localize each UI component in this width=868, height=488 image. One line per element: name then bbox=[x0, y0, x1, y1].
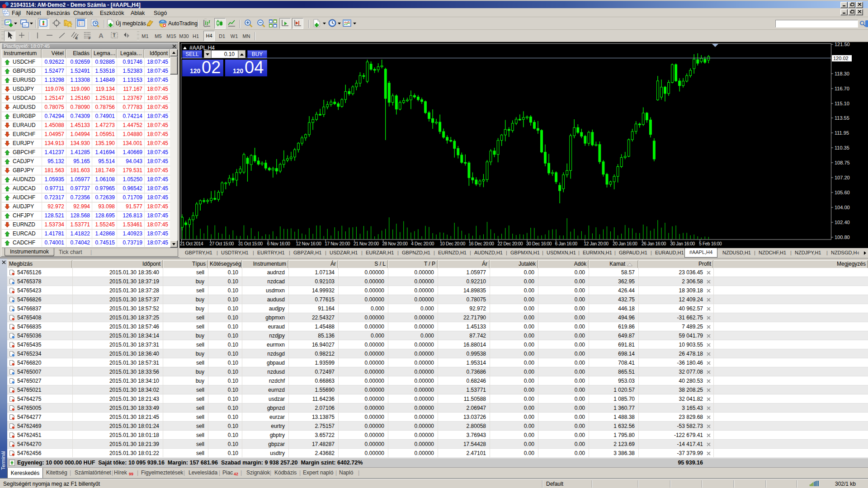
svg-text:6 Jan 16:00: 6 Jan 16:00 bbox=[555, 241, 578, 246]
svg-text:30 Jan 16:00: 30 Jan 16:00 bbox=[670, 241, 695, 246]
svg-text:118.30: 118.30 bbox=[835, 71, 849, 76]
svg-text:100.80: 100.80 bbox=[835, 235, 850, 240]
svg-text:110.35: 110.35 bbox=[835, 145, 849, 150]
svg-text:120.02: 120.02 bbox=[833, 56, 849, 61]
svg-text:F: F bbox=[89, 36, 91, 40]
svg-text:21 Oct 2014: 21 Oct 2014 bbox=[180, 241, 203, 246]
svg-text:121.50: 121.50 bbox=[835, 42, 850, 47]
svg-text:30 Dec 16:00: 30 Dec 16:00 bbox=[526, 241, 552, 246]
svg-text:31 Oct 15:00: 31 Oct 15:00 bbox=[238, 241, 263, 246]
svg-text:102.40: 102.40 bbox=[835, 220, 850, 225]
svg-text:115.10: 115.10 bbox=[835, 101, 849, 106]
svg-text:17 Nov 20:00: 17 Nov 20:00 bbox=[325, 241, 350, 246]
svg-text:22 Dec 20:00: 22 Dec 20:00 bbox=[497, 241, 523, 246]
svg-text:104.00: 104.00 bbox=[835, 205, 850, 210]
svg-text:4 Dec 20:00: 4 Dec 20:00 bbox=[411, 241, 434, 246]
svg-text:12 Jan 20:00: 12 Jan 20:00 bbox=[584, 241, 609, 246]
svg-text:116.70: 116.70 bbox=[835, 86, 849, 91]
svg-text:20 Jan 16:00: 20 Jan 16:00 bbox=[613, 241, 637, 246]
svg-text:6 Nov 16:00: 6 Nov 16:00 bbox=[267, 241, 290, 246]
svg-text:12 Nov 16:00: 12 Nov 16:00 bbox=[296, 241, 322, 246]
svg-text:T: T bbox=[113, 33, 116, 38]
svg-text:27 Oct 15:00: 27 Oct 15:00 bbox=[209, 241, 234, 246]
svg-text:108.75: 108.75 bbox=[835, 160, 850, 165]
svg-text:113.55: 113.55 bbox=[835, 115, 849, 121]
svg-text:5 Feb 16:00: 5 Feb 16:00 bbox=[699, 241, 722, 246]
svg-text:E: E bbox=[75, 36, 78, 40]
svg-text:107.20: 107.20 bbox=[835, 175, 850, 180]
svg-text:111.95: 111.95 bbox=[835, 130, 849, 136]
svg-text:105.60: 105.60 bbox=[835, 190, 850, 195]
svg-text:10 Dec 20:00: 10 Dec 20:00 bbox=[440, 241, 466, 246]
svg-text:16 Dec 20:00: 16 Dec 20:00 bbox=[469, 241, 495, 246]
svg-text:28 Nov 20:00: 28 Nov 20:00 bbox=[382, 241, 408, 246]
svg-text:21 Nov 20:00: 21 Nov 20:00 bbox=[354, 241, 379, 246]
svg-text:26 Jan 16:00: 26 Jan 16:00 bbox=[642, 241, 666, 246]
